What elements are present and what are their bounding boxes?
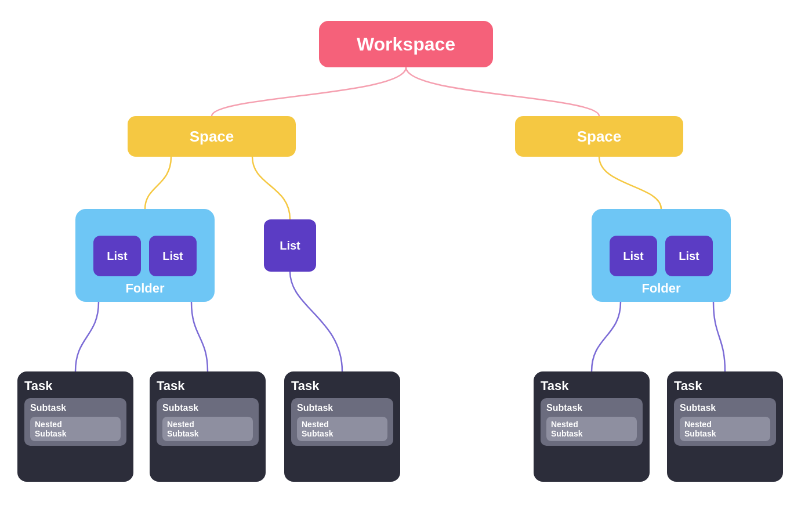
task-3-subtask-label: Subtask [297,403,333,413]
task-2-node: Task Subtask NestedSubtask [150,371,266,482]
space-left-node: Space [128,116,296,157]
task-3-nested-box: NestedSubtask [297,417,387,441]
list-standalone-label: List [280,239,300,252]
task-1-node: Task Subtask NestedSubtask [17,371,133,482]
task-3-subtask-box: Subtask NestedSubtask [291,398,393,446]
task-5-nested-box: NestedSubtask [680,417,770,441]
task-5-subtask-label: Subtask [680,403,716,413]
task-4-subtask-label: Subtask [546,403,582,413]
task-5-label: Task [674,378,702,394]
task-1-nested-box: NestedSubtask [30,417,121,441]
task-2-nested-box: NestedSubtask [162,417,253,441]
folder-left-node: List List Folder [75,209,215,302]
task-1-label: Task [24,378,53,394]
space-right-node: Space [515,116,683,157]
task-4-node: Task Subtask NestedSubtask [534,371,650,482]
folder-left-lists: List List [93,236,197,276]
diagram: Workspace Space Space List List Folder L… [0,0,812,516]
space-right-label: Space [577,128,622,146]
task-2-subtask-label: Subtask [162,403,198,413]
task-3-node: Task Subtask NestedSubtask [284,371,400,482]
task-4-label: Task [541,378,569,394]
list-inner-2-label: List [162,250,183,263]
task-1-subtask-box: Subtask NestedSubtask [24,398,126,446]
list-inner-1: List [93,236,141,276]
space-left-label: Space [190,128,234,146]
task-4-subtask-box: Subtask NestedSubtask [541,398,643,446]
task-5-subtask-box: Subtask NestedSubtask [674,398,776,446]
list-inner-3: List [610,236,657,276]
folder-right-label: Folder [641,281,680,296]
task-2-label: Task [157,378,185,394]
folder-right-node: List List Folder [592,209,731,302]
list-inner-3-label: List [623,250,644,263]
folder-right-lists: List List [610,236,713,276]
task-4-nested-box: NestedSubtask [546,417,637,441]
task-5-node: Task Subtask NestedSubtask [667,371,783,482]
task-1-subtask-label: Subtask [30,403,66,413]
list-inner-2: List [149,236,197,276]
workspace-label: Workspace [357,34,455,55]
list-inner-4-label: List [679,250,699,263]
folder-left-label: Folder [125,281,164,296]
list-inner-1-label: List [107,250,128,263]
list-standalone-node: List [264,219,316,272]
workspace-node: Workspace [319,21,493,67]
task-2-subtask-box: Subtask NestedSubtask [157,398,259,446]
task-3-label: Task [291,378,320,394]
list-inner-4: List [665,236,713,276]
